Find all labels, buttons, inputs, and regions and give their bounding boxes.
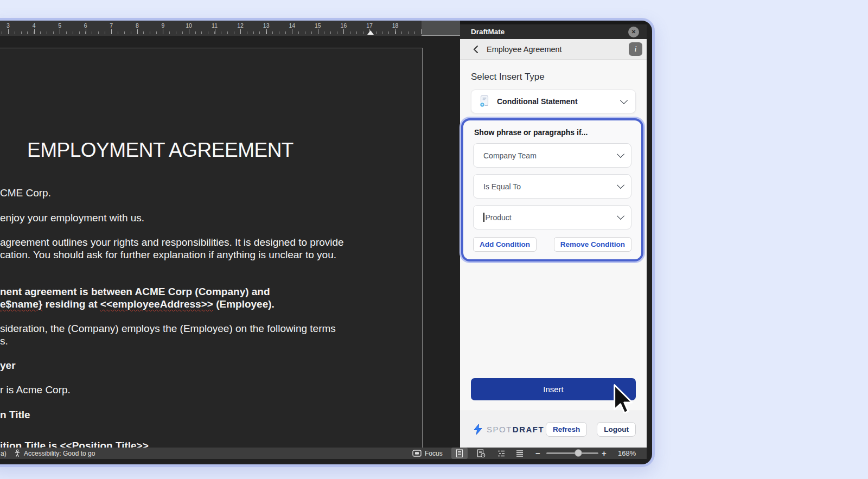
horizontal-ruler[interactable]: 3456789101112131415161718	[0, 21, 460, 36]
refresh-button[interactable]: Refresh	[546, 422, 587, 437]
document-line: enjoy your employment with us.	[0, 212, 144, 224]
ruler-number: 8	[136, 22, 139, 29]
condition-select-value: Company Team	[483, 151, 618, 160]
condition-builder: Show phrase or paragraphs if... Company …	[461, 118, 643, 261]
document-line: yer	[0, 359, 16, 372]
condition-select-value: Is Equal To	[483, 182, 618, 191]
condition-select-value: Product	[483, 213, 618, 222]
ruler-number: 17	[366, 22, 373, 29]
focus-button[interactable]: Focus	[425, 448, 443, 459]
web-layout-view-button[interactable]	[473, 448, 489, 459]
document-line: nent agreement is between ACME Corp (Com…	[0, 285, 270, 298]
ruler-ticks-major	[8, 29, 422, 34]
ruler-number: 16	[341, 22, 347, 29]
ruler-number: 12	[237, 22, 244, 29]
chevron-down-icon	[617, 150, 624, 158]
focus-icon	[412, 448, 422, 459]
text-cursor	[483, 213, 484, 222]
document-line: CME Corp.	[0, 187, 51, 199]
remove-condition-button[interactable]: Remove Condition	[554, 237, 631, 252]
spotdraft-logo: SPOTDRAFT	[473, 424, 544, 435]
insert-button[interactable]: Insert	[471, 378, 636, 400]
document-text: residing at	[42, 298, 100, 310]
screen: 3456789101112131415161718 EMPLOYMENT AGR…	[0, 0, 868, 479]
panel-top-strip	[460, 21, 647, 24]
ruler-number: 11	[212, 22, 218, 29]
condition-buttons: Add Condition Remove Condition	[473, 237, 631, 252]
condition-heading: Show phrase or paragraphs if...	[474, 128, 631, 137]
accessibility-icon	[14, 448, 21, 459]
ruler-number: 13	[263, 22, 270, 29]
logout-button[interactable]: Logout	[597, 422, 636, 437]
ruler-number: 3	[7, 22, 10, 29]
document-line: cation. You should ask for further expla…	[0, 248, 336, 261]
status-left-fragment: a)	[1, 448, 7, 459]
back-chevron-icon[interactable]	[473, 45, 478, 54]
ruler-margin-zone	[422, 21, 460, 36]
right-indent-marker[interactable]	[367, 30, 374, 35]
zoom-in-button[interactable]: +	[602, 448, 607, 459]
ruler-number: 4	[33, 22, 36, 29]
panel-breadcrumb-bar: Employee Agreement i	[460, 39, 647, 60]
document-line: s.	[0, 335, 8, 347]
merge-field-with-spellcheck: e$name}	[0, 298, 42, 310]
ruler-number: 14	[289, 22, 295, 29]
insert-type-heading: Select Insert Type	[471, 72, 636, 82]
chevron-down-icon	[617, 212, 624, 220]
ruler-number: 15	[315, 22, 321, 29]
zoom-slider-track[interactable]	[546, 452, 598, 454]
document-text: (Employee).	[213, 298, 275, 310]
zoom-level[interactable]: 168%	[618, 448, 636, 459]
document-line: n Title	[0, 408, 30, 421]
outline-view-button[interactable]	[493, 448, 509, 459]
chevron-down-icon	[617, 181, 624, 189]
document-line: sideration, the (Company) employs the (E…	[0, 322, 336, 335]
conditional-statement-icon	[478, 95, 490, 108]
condition-select[interactable]: Company Team	[473, 143, 631, 168]
document-line: ition Title is <<Position Title>>	[0, 439, 149, 448]
zoom-out-button[interactable]: −	[535, 448, 540, 459]
document-line: r is Acme Corp.	[0, 384, 71, 396]
add-condition-button[interactable]: Add Condition	[473, 237, 537, 252]
ruler-number: 7	[110, 22, 113, 29]
chevron-down-icon	[620, 96, 628, 104]
accessibility-status[interactable]: Accessibility: Good to go	[24, 448, 95, 459]
ruler-number: 5	[58, 22, 61, 29]
condition-select[interactable]: Product	[473, 205, 631, 229]
insert-type-value: Conditional Statement	[497, 97, 621, 106]
status-bar: a) Accessibility: Good to go Focus	[0, 448, 647, 459]
draft-view-button[interactable]	[512, 448, 528, 459]
brand-spot: SPOT	[487, 425, 512, 434]
condition-fields: Company TeamIs Equal ToProduct	[473, 143, 631, 229]
mouse-cursor	[613, 384, 633, 416]
document-line: EMPLOYMENT AGREEMENT	[27, 139, 293, 162]
brand-draft: DRAFT	[513, 425, 544, 434]
info-icon[interactable]: i	[629, 42, 642, 56]
insert-type-select[interactable]: Conditional Statement	[471, 90, 636, 113]
document-area: 3456789101112131415161718 EMPLOYMENT AGR…	[0, 21, 460, 448]
document-line: e$name} residing at <<employeeAddress>> …	[0, 298, 275, 310]
print-layout-view-button[interactable]	[451, 448, 468, 459]
condition-select[interactable]: Is Equal To	[473, 174, 631, 199]
breadcrumb: Employee Agreement	[487, 45, 629, 54]
lightning-bolt-icon	[473, 424, 483, 435]
merge-field-with-spellcheck: <<employeeAddress>>	[100, 298, 213, 310]
document-line: agreement outlines your rights and respo…	[0, 236, 344, 248]
panel-footer: SPOTDRAFT Refresh Logout	[460, 411, 647, 448]
ruler-number: 6	[84, 22, 87, 29]
ruler-number: 9	[161, 22, 164, 29]
panel-title: DraftMate	[471, 28, 628, 36]
ruler-number: 18	[392, 22, 399, 29]
ruler-number: 10	[186, 22, 192, 29]
draftmate-panel: DraftMate ✕ Employee Agreement i Select …	[460, 21, 647, 448]
panel-header: DraftMate ✕	[460, 24, 647, 39]
document-canvas[interactable]: EMPLOYMENT AGREEMENTCME Corp.enjoy your …	[0, 36, 460, 448]
word-window: 3456789101112131415161718 EMPLOYMENT AGR…	[0, 18, 655, 467]
zoom-slider-handle[interactable]	[575, 449, 582, 457]
close-icon[interactable]: ✕	[628, 27, 639, 37]
